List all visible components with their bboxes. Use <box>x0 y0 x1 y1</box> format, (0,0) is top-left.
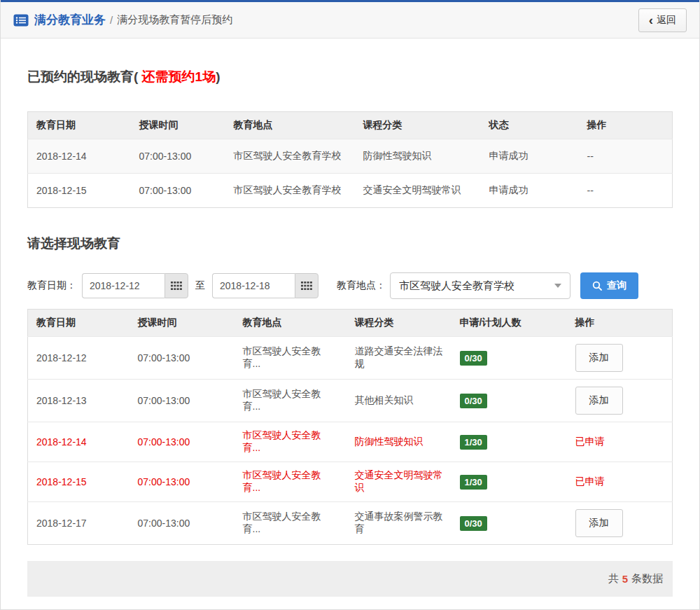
cell-category: 防御性驾驶知识 <box>346 422 451 462</box>
calendar-icon[interactable] <box>164 273 188 298</box>
table-row: 2018-12-12 07:00-13:00 市区驾驶人安全教育... 道路交通… <box>28 337 673 380</box>
cell-date: 2018-12-14 <box>28 139 131 174</box>
cell-date: 2018-12-12 <box>28 337 130 380</box>
applied-status-text: 已申请 <box>575 476 605 487</box>
menu-list-icon <box>13 14 29 27</box>
cell-time: 07:00-13:00 <box>131 174 225 208</box>
add-button[interactable]: 添加 <box>575 509 623 537</box>
search-icon <box>592 281 602 291</box>
cell-quota: 0/30 <box>451 502 567 545</box>
date-range-to-label: 至 <box>195 279 205 292</box>
cell-quota: 0/30 <box>451 337 567 380</box>
cell-category: 防御性驾驶知识 <box>355 139 481 174</box>
location-filter-label: 教育地点： <box>337 279 386 292</box>
cell-location: 市区驾驶人安全教育... <box>234 462 346 502</box>
date-to-input[interactable] <box>212 273 295 298</box>
column-header: 授课时间 <box>130 310 234 337</box>
column-header: 教育地点 <box>225 112 355 139</box>
cell-date: 2018-12-15 <box>28 174 131 208</box>
cell-category: 交通事故案例警示教育 <box>346 502 451 545</box>
table-row: 2018-12-15 07:00-13:00 市区驾驶人安全教育学校 交通安全文… <box>28 174 673 208</box>
cell-action: 添加 <box>567 502 673 545</box>
cell-date: 2018-12-14 <box>28 422 130 462</box>
chevron-left-icon: ‹ <box>649 16 653 25</box>
page: 满分教育业务 / 满分现场教育暂停后预约 ‹ 返回 已预约的现场教育( 还需预约… <box>0 0 700 610</box>
breadcrumb-bar: 满分教育业务 / 满分现场教育暂停后预约 ‹ 返回 <box>1 2 699 39</box>
quota-badge: 1/30 <box>460 435 487 450</box>
cell-date: 2018-12-13 <box>28 380 130 422</box>
cell-category: 道路交通安全法律法规 <box>346 337 451 380</box>
breadcrumb-section-link[interactable]: 满分教育业务 <box>34 12 106 28</box>
cell-location: 市区驾驶人安全教育... <box>234 337 346 380</box>
select-section-title: 请选择现场教育 <box>27 235 673 253</box>
add-button[interactable]: 添加 <box>575 344 623 372</box>
filter-bar: 教育日期： 至 教育地点： 市区驾驶人安全教育学校 <box>27 272 673 299</box>
cell-time: 07:00-13:00 <box>130 502 234 545</box>
date-from-input[interactable] <box>82 273 164 298</box>
cell-quota: 0/30 <box>451 380 567 422</box>
search-button[interactable]: 查询 <box>580 272 638 299</box>
cell-category: 其他相关知识 <box>346 380 451 422</box>
quota-badge: 1/30 <box>460 475 487 490</box>
total-count-value: 5 <box>622 573 628 585</box>
total-count-prefix: 共 <box>608 572 619 585</box>
breadcrumb-current-page: 满分现场教育暂停后预约 <box>117 13 232 27</box>
cell-location: 市区驾驶人安全教育学校 <box>225 174 355 208</box>
cell-quota: 1/30 <box>451 422 567 462</box>
back-button-label: 返回 <box>657 14 676 27</box>
booked-title-prefix: 已预约的现场教育( <box>27 69 138 84</box>
cell-category: 交通安全文明驾驶常识 <box>346 462 451 502</box>
cell-location: 市区驾驶人安全教育... <box>234 502 346 545</box>
cell-action: 已申请 <box>567 422 673 462</box>
cell-date: 2018-12-17 <box>28 502 130 545</box>
cell-quota: 1/30 <box>451 462 567 502</box>
cell-action: -- <box>579 139 673 174</box>
calendar-icon[interactable] <box>295 273 318 298</box>
table-row: 2018-12-17 07:00-13:00 市区驾驶人安全教育... 交通事故… <box>28 502 673 545</box>
date-to-group <box>212 273 318 298</box>
column-header: 课程分类 <box>346 310 451 337</box>
booked-table: 教育日期 授课时间 教育地点 课程分类 状态 操作 2018-12-14 07:… <box>27 111 673 208</box>
column-header: 状态 <box>481 112 579 139</box>
table-row: 2018-12-14 07:00-13:00 市区驾驶人安全教育... 防御性驾… <box>28 422 673 462</box>
cell-location: 市区驾驶人安全教育... <box>234 380 346 422</box>
booked-title-highlight: 还需预约1场 <box>138 69 216 84</box>
quota-badge: 0/30 <box>460 351 487 366</box>
breadcrumb-separator: / <box>110 14 113 26</box>
back-button[interactable]: ‹ 返回 <box>638 8 687 32</box>
main-content: 已预约的现场教育( 还需预约1场) 教育日期 授课时间 教育地点 课程分类 状态… <box>1 68 699 610</box>
column-header: 授课时间 <box>131 112 225 139</box>
column-header: 操作 <box>567 310 673 337</box>
cell-time: 07:00-13:00 <box>130 337 234 380</box>
table-footer: 共 5 条数据 <box>27 561 673 597</box>
cell-status: 申请成功 <box>481 174 579 208</box>
total-count-suffix: 条数据 <box>631 572 663 585</box>
quota-badge: 0/30 <box>460 516 487 531</box>
cell-action: 添加 <box>567 380 673 422</box>
column-header: 教育日期 <box>28 112 131 139</box>
date-from-group <box>82 273 188 298</box>
cell-time: 07:00-13:00 <box>131 139 225 174</box>
cell-time: 07:00-13:00 <box>130 462 234 502</box>
table-row: 2018-12-14 07:00-13:00 市区驾驶人安全教育学校 防御性驾驶… <box>28 139 673 174</box>
quota-badge: 0/30 <box>460 394 487 408</box>
schedule-table-header-row: 教育日期 授课时间 教育地点 课程分类 申请/计划人数 操作 <box>28 310 673 337</box>
location-select[interactable]: 市区驾驶人安全教育学校 <box>390 272 570 299</box>
add-button[interactable]: 添加 <box>575 387 623 415</box>
booked-table-header-row: 教育日期 授课时间 教育地点 课程分类 状态 操作 <box>28 112 673 139</box>
cell-status: 申请成功 <box>481 139 579 174</box>
cell-time: 07:00-13:00 <box>130 422 234 462</box>
location-select-value: 市区驾驶人安全教育学校 <box>399 279 514 293</box>
cell-action: 已申请 <box>567 462 673 502</box>
chevron-down-icon <box>554 284 561 288</box>
table-row: 2018-12-13 07:00-13:00 市区驾驶人安全教育... 其他相关… <box>28 380 673 422</box>
search-button-label: 查询 <box>607 279 626 292</box>
table-row: 2018-12-15 07:00-13:00 市区驾驶人安全教育... 交通安全… <box>28 462 673 502</box>
schedule-table: 教育日期 授课时间 教育地点 课程分类 申请/计划人数 操作 2018-12-1… <box>27 309 673 545</box>
column-header: 申请/计划人数 <box>451 310 567 337</box>
cell-location: 市区驾驶人安全教育... <box>234 422 346 462</box>
column-header: 教育地点 <box>234 310 346 337</box>
booked-title-suffix: ) <box>216 69 220 84</box>
cell-action: -- <box>579 174 673 208</box>
date-filter-label: 教育日期： <box>27 279 76 292</box>
